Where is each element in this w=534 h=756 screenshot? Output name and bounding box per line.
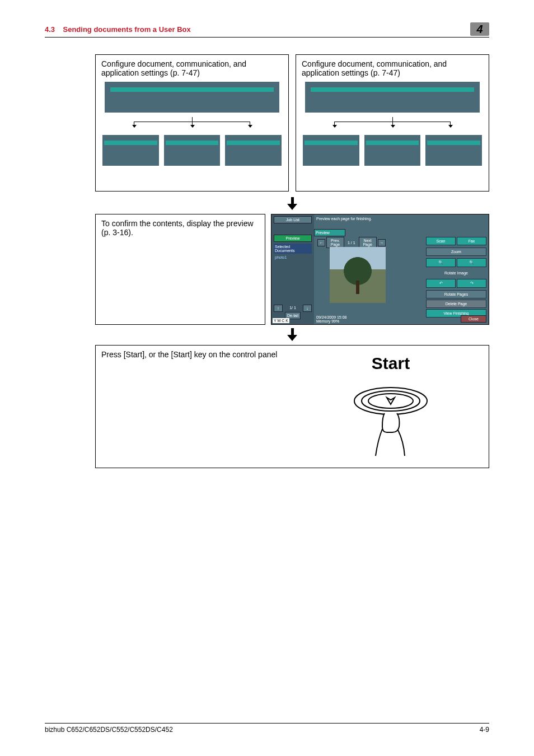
diagram-connector-left [107,117,278,126]
job-list-button[interactable]: Job List [274,216,312,223]
next-arrow-button[interactable]: → [378,239,386,246]
step-start-row: Press [Start], or the [Start] key on the… [95,345,489,468]
preview-title: Preview each page for finishing. [314,214,489,223]
screen-thumb-main-right [305,82,479,113]
arrow-down-icon [287,328,297,342]
page-footer: bizhub C652/C652DS/C552/C552DS/C452 4-9 [45,723,489,734]
preview-tab-header: Preview [314,229,345,236]
configure-box-left: Configure document, communication, and a… [95,54,289,192]
screen-thumb-row-right [302,135,483,166]
sidebar-page-indicator: 1/ 1 [284,305,302,312]
ymck-indicator: Y M C K [273,318,289,323]
step-preview-row: To confirm the contents, display the pre… [95,214,489,325]
close-button[interactable]: Close [461,315,486,323]
zoom-out-button[interactable]: 🔍 [426,258,456,267]
screen-thumb [102,135,158,166]
zoom-label: Zoom [426,248,486,256]
start-button-icon [349,373,433,463]
screen-thumb-main-left [105,82,279,113]
start-text: Press [Start], or the [Start] key on the… [101,350,277,463]
preview-text-box: To confirm the contents, display the pre… [95,214,265,325]
section-title: Sending documents from a User Box [63,25,191,34]
preview-text: To confirm the contents, display the pre… [101,219,259,237]
footer-page-number: 4-9 [480,726,489,734]
scroll-down-button[interactable]: ↓ [303,305,312,312]
diagram-connector-right [307,117,478,126]
screen-thumb [164,135,220,166]
configure-text-left: Configure document, communication, and a… [101,59,283,77]
tree-image [338,255,377,295]
rotate-left-button[interactable]: ↶ [426,279,456,288]
preview-sidebar: Job List Preview Selected Documents phot… [271,214,314,324]
rotate-pages-button[interactable]: Rotate Pages [426,290,486,298]
section-heading: 4.3 Sending documents from a User Box [45,25,191,34]
next-page-button[interactable]: Next Page [359,237,377,248]
configure-text-right: Configure document, communication, and a… [302,59,483,77]
datetime-value: 09/24/2009 15:08 [316,315,347,319]
screen-thumb-row-left [101,135,283,166]
document-name: photo1 [271,255,314,259]
screen-thumb [425,135,481,166]
delete-page-button[interactable]: Delete Page [426,300,486,308]
start-label: Start [349,354,433,373]
arrow-down-icon [287,197,297,211]
screen-thumb [303,135,359,166]
preview-main: Preview each page for finishing. Preview… [314,214,489,324]
svg-point-0 [354,388,427,414]
section-number: 4.3 [45,25,55,34]
rotate-right-button[interactable]: ↷ [457,279,486,288]
start-graphic: Start [349,354,433,464]
prev-page-button[interactable]: Prev. Page [326,237,344,248]
page-indicator: 1 / 1 [345,241,358,245]
step-configure-row: Configure document, communication, and a… [95,54,489,192]
datetime-label: 09/24/2009 15:08 Memory 99% [316,315,347,323]
preview-image [330,247,386,303]
chapter-badge: 4 [470,22,489,36]
svg-point-2 [368,394,413,408]
footer-model: bizhub C652/C652DS/C552/C552DS/C452 [45,726,173,734]
start-box: Press [Start], or the [Start] key on the… [95,345,489,468]
memory-value: Memory 99% [316,319,339,323]
rotate-image-label: Rotate Image [426,269,486,277]
scan-button[interactable]: Scan [426,237,456,245]
configure-box-right: Configure document, communication, and a… [296,54,489,192]
fax-button[interactable]: Fax [457,237,486,245]
prev-arrow-button[interactable]: ← [317,239,325,246]
selected-documents-label: Selected Documents [274,244,312,254]
page-header: 4.3 Sending documents from a User Box 4 [45,22,489,38]
preview-screen: Job List Preview Selected Documents phot… [271,214,489,325]
zoom-in-button[interactable]: 🔍 [457,258,486,267]
scroll-up-button[interactable]: ↑ [274,305,283,312]
preview-right-panel: Scan Fax Zoom 🔍 🔍 Rotate Image ↶ ↷ [426,236,486,319]
screen-thumb [364,135,420,166]
preview-button[interactable]: Preview [274,235,312,242]
screen-thumb [225,135,281,166]
